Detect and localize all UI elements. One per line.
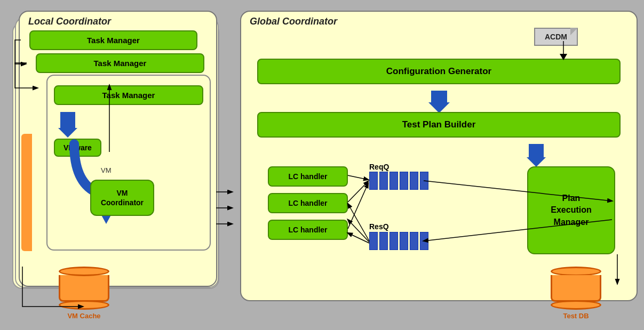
- task-manager-1: Task Manager: [29, 30, 197, 50]
- vm-coordinator-box: VMCoordinator: [90, 180, 154, 216]
- blue-arrow-tm-vmware: [58, 112, 77, 138]
- vm-cache-label: VM Cache: [59, 312, 109, 320]
- reqq-label: ReqQ: [369, 163, 389, 171]
- diagram-container: Local Coordinator Task Manager Task Mana…: [5, 5, 639, 325]
- acdm-box: ACDM: [534, 28, 578, 46]
- global-coordinator-label: Global Coordinator: [250, 16, 337, 27]
- lc-inner-box: Task Manager VMware VM: [46, 75, 211, 251]
- plan-exec-manager: PlanExecutionManager: [527, 166, 615, 254]
- task-manager-2: Task Manager: [36, 53, 204, 73]
- lc-handler-1: LC handler: [268, 166, 348, 187]
- svg-line-8: [348, 233, 369, 243]
- arrow-config-testplan: [428, 91, 450, 113]
- resq-cells: [369, 232, 428, 250]
- lc-handler-2: LC handler: [268, 193, 348, 213]
- test-db-label: Test DB: [551, 312, 601, 320]
- config-gen-box: Configuration Generator: [257, 59, 621, 84]
- arrow-testplan-planexec: [527, 144, 546, 167]
- lc-handler-3: LC handler: [268, 220, 348, 240]
- vm-cache: VM Cache: [59, 267, 109, 320]
- svg-line-6: [348, 204, 369, 241]
- gc-arrows-svg: [241, 12, 639, 302]
- global-coordinator-container: Global Coordinator ACDM Configuration Ge…: [240, 11, 633, 325]
- svg-line-5: [348, 183, 368, 229]
- task-manager-3: Task Manager: [54, 85, 203, 105]
- global-coordinator-box: Global Coordinator ACDM Configuration Ge…: [240, 11, 638, 301]
- reqq-cells: [369, 172, 428, 190]
- svg-line-7: [348, 220, 369, 242]
- svg-line-4: [348, 181, 368, 202]
- test-db: Test DB: [551, 267, 601, 320]
- orange-bracket: [21, 134, 32, 251]
- test-plan-box: Test Plan Builder: [257, 112, 621, 138]
- local-coordinator-box: Local Coordinator Task Manager Task Mana…: [19, 11, 217, 287]
- resq-label: ResQ: [369, 222, 389, 231]
- svg-line-3: [348, 175, 368, 180]
- local-coordinator-label: Local Coordinator: [28, 16, 111, 27]
